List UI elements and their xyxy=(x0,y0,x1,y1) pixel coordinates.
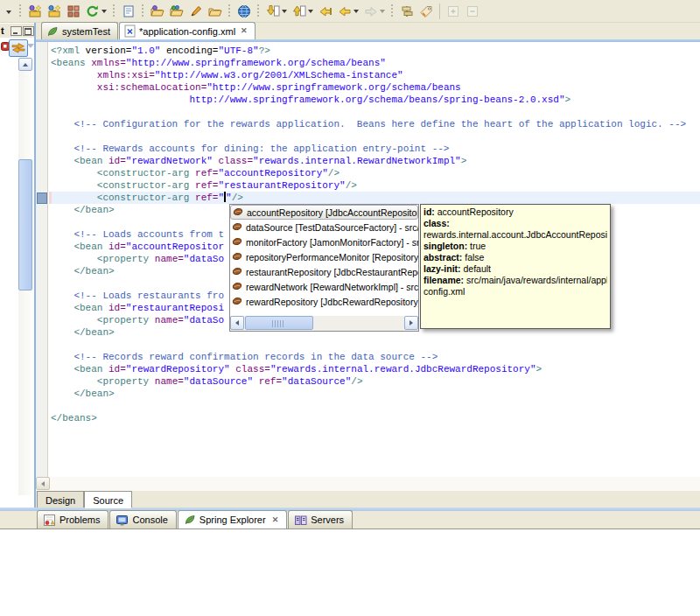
code-line: <bean id="rewardRepository" class="rewar… xyxy=(51,363,700,375)
close-view-icon[interactable]: ✕ xyxy=(272,516,279,524)
properties-view-icon xyxy=(122,4,136,18)
minimize-view-button[interactable] xyxy=(10,26,22,36)
back-button[interactable] xyxy=(335,1,361,22)
signpost-button[interactable] xyxy=(397,1,416,22)
code-line: <property name="dataSource" ref="dataSou… xyxy=(51,375,700,388)
outline-vertical-scrollbar[interactable] xyxy=(18,58,32,495)
view-title-bar: t xyxy=(0,24,34,38)
servers-icon xyxy=(294,514,307,527)
view-tab-console[interactable]: Console xyxy=(109,510,176,528)
bean-icon xyxy=(233,207,243,218)
refresh-icon xyxy=(86,4,100,18)
assist-proposal[interactable]: restaurantRepository [JdbcRestaurantRepo… xyxy=(230,264,418,279)
tag-button[interactable] xyxy=(416,1,436,22)
view-tab-problems[interactable]: Problems xyxy=(37,510,108,528)
dropdown-caret-icon[interactable] xyxy=(380,10,385,13)
import-button[interactable] xyxy=(263,1,290,22)
scroll-up-button[interactable] xyxy=(18,58,32,71)
expand-all-button[interactable] xyxy=(444,1,463,22)
forward-button[interactable] xyxy=(361,1,388,22)
open-folder-icon xyxy=(208,4,222,18)
dropdown-caret-icon[interactable] xyxy=(102,10,107,13)
signpost-icon xyxy=(400,4,414,18)
code-line xyxy=(51,400,700,412)
web-browser-globe-button[interactable] xyxy=(234,1,254,22)
scrollbar-thumb[interactable] xyxy=(18,159,32,290)
console-icon xyxy=(116,514,129,527)
assist-proposal[interactable]: repositoryPerformanceMonitor [Repository… xyxy=(230,249,418,264)
view-tab-label: Console xyxy=(132,514,167,525)
assist-horizontal-scrollbar[interactable] xyxy=(230,316,418,331)
editor-tab[interactable]: systemTest xyxy=(41,22,118,39)
toolbar-separator xyxy=(111,4,117,19)
assist-proposal[interactable]: rewardRepository [JdbcRewardRepository] … xyxy=(230,294,418,309)
view-tab-spring-explorer[interactable]: Spring Explorer✕ xyxy=(178,510,287,528)
dropdown-caret-icon[interactable] xyxy=(354,10,359,13)
tab-design[interactable]: Design xyxy=(37,491,84,508)
spring-leaf-icon xyxy=(184,514,196,526)
refresh-button[interactable] xyxy=(83,1,109,22)
export-icon xyxy=(292,4,306,18)
assist-proposal[interactable]: monitorFactory [JamonMonitorFactory] - s… xyxy=(230,234,418,249)
new-web-wizard-button[interactable] xyxy=(45,1,64,22)
view-menu-caret-icon[interactable] xyxy=(27,44,34,48)
new-package-button[interactable] xyxy=(64,1,83,22)
mark-occurrences-pen-button[interactable] xyxy=(186,1,206,22)
properties-view-button[interactable] xyxy=(119,1,138,22)
collapse-all-button[interactable] xyxy=(463,1,482,22)
view-title-fragment: t xyxy=(1,25,4,36)
editor-tab-label: systemTest xyxy=(62,26,110,37)
code-line: <!-- Configuration for the rewards appli… xyxy=(51,118,700,130)
last-edit-location-button[interactable] xyxy=(316,1,335,22)
content-assist-popup: accountRepository [JdbcAccountRepository… xyxy=(229,204,419,332)
tab-source[interactable]: Source xyxy=(84,491,132,508)
assist-proposal[interactable]: dataSource [TestDataSourceFactory] - src… xyxy=(230,220,418,234)
bottom-view-tab-bar: ProblemsConsoleSpring Explorer✕Servers xyxy=(0,511,700,528)
tooltip-row: rewards.internal.account.JdbcAccountRepo… xyxy=(424,229,607,241)
collapse-all-icon xyxy=(466,4,480,18)
new-web-wizard-icon xyxy=(47,4,61,18)
assist-proposal[interactable]: accountRepository [JdbcAccountRepository… xyxy=(230,205,418,220)
maximize-view-button[interactable] xyxy=(23,26,34,36)
bean-info-tooltip: id: accountRepositoryclass: rewards.inte… xyxy=(420,204,611,329)
open-resource-purple-button[interactable] xyxy=(148,1,167,22)
tooltip-row: singleton: true xyxy=(424,241,607,252)
bean-icon xyxy=(232,222,242,233)
spring-explorer-view: -06-aop-1-solution-Beans+λSsrc/main/java… xyxy=(0,528,700,616)
assist-scroll-right-button[interactable] xyxy=(404,316,418,330)
editor-horizontal-scrollbar[interactable] xyxy=(36,477,700,491)
code-line: <!-- Records reward confirmation records… xyxy=(51,351,700,363)
toolbar-separator xyxy=(256,4,262,19)
toolbar-overflow-caret-button[interactable] xyxy=(2,1,16,22)
open-resource-green-icon xyxy=(170,4,184,18)
bean-icon xyxy=(232,252,242,262)
open-folder-button[interactable] xyxy=(206,1,225,22)
bean-icon xyxy=(232,267,242,277)
assist-proposal[interactable]: rewardNetwork [RewardNetworkImpl] - src/… xyxy=(230,279,418,294)
dropdown-caret-icon[interactable] xyxy=(308,10,313,13)
assist-proposal-label: rewardRepository [JdbcRewardRepository] … xyxy=(246,297,418,307)
code-line: <bean id="rewardNetwork" class="rewards.… xyxy=(51,155,700,167)
open-resource-green-button[interactable] xyxy=(167,1,186,22)
assist-scroll-left-button[interactable] xyxy=(230,316,244,330)
new-spring-wizard-button[interactable] xyxy=(25,1,45,22)
editor-tab-label: *application-config.xml xyxy=(139,26,235,37)
link-with-editor-button[interactable] xyxy=(9,39,28,57)
assist-scrollbar-thumb[interactable] xyxy=(245,316,313,330)
new-package-icon xyxy=(66,4,80,18)
main-toolbar xyxy=(0,0,700,23)
dropdown-caret-icon[interactable] xyxy=(282,10,287,13)
close-tab-icon[interactable]: ✕ xyxy=(241,27,248,35)
code-line xyxy=(51,106,700,118)
toolbar-overflow-caret-icon xyxy=(4,4,13,18)
view-tab-servers[interactable]: Servers xyxy=(288,510,353,528)
tooltip-row: class: xyxy=(424,218,607,229)
scroll-left-button[interactable] xyxy=(36,477,50,490)
export-button[interactable] xyxy=(290,1,316,22)
tooltip-row: config.xml xyxy=(424,286,607,298)
code-line: http://www.springframework.org/schema/be… xyxy=(51,94,700,106)
assist-proposal-label: accountRepository [JdbcAccountRepository… xyxy=(247,207,418,218)
editor-tab[interactable]: *application-config.xml✕ xyxy=(119,22,256,39)
code-line: <beans xmlns="http://www.springframework… xyxy=(51,57,700,69)
toolbar-separator xyxy=(389,4,396,19)
